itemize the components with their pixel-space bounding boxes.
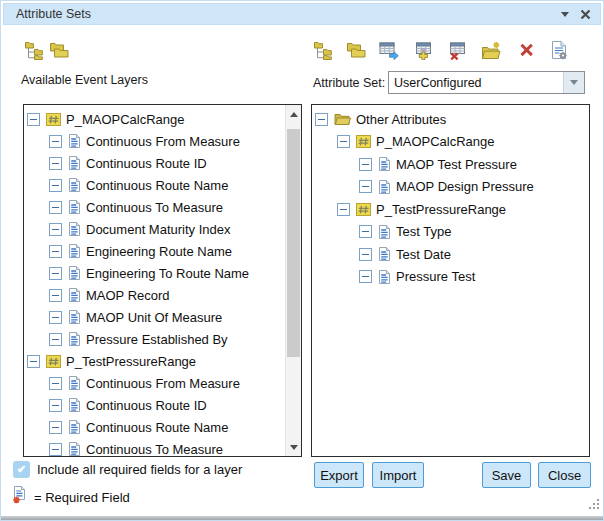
tree-item[interactable]: Document Maturity Index <box>24 218 284 240</box>
collapse-toggle-icon[interactable] <box>27 113 40 126</box>
tree-item[interactable]: Pressure Established By <box>24 328 284 350</box>
collapse-toggle-icon[interactable] <box>49 377 62 390</box>
collapse-toggle-icon[interactable] <box>49 179 62 192</box>
tree-item[interactable]: MAOP Unit Of Measure <box>24 306 284 328</box>
collapse-toggle-icon[interactable] <box>49 267 62 280</box>
expand-all-icon <box>313 41 332 64</box>
collapse-all-icon <box>346 41 366 63</box>
collapse-toggle-icon[interactable] <box>49 311 62 324</box>
field-icon <box>68 287 81 303</box>
vertical-scrollbar[interactable] <box>285 105 301 456</box>
collapse-toggle-icon[interactable] <box>49 245 62 258</box>
save-button[interactable]: Save <box>482 462 531 488</box>
collapse-toggle-icon[interactable] <box>337 135 350 148</box>
attribute-set-select[interactable]: UserConfigured <box>388 71 585 94</box>
tree-item[interactable]: Engineering Route Name <box>24 240 284 262</box>
tree-item-label: MAOP Record <box>86 288 170 303</box>
collapse-toggle-icon[interactable] <box>359 158 372 171</box>
tree-item-label: Engineering Route Name <box>86 244 232 259</box>
tree-item-label: MAOP Unit Of Measure <box>86 310 222 325</box>
tree-item-label: P_TestPressureRange <box>66 354 196 369</box>
collapse-toggle-icon[interactable] <box>49 289 62 302</box>
tree-item[interactable]: Test Type <box>312 221 589 244</box>
collapse-toggle-icon[interactable] <box>359 180 372 193</box>
remove-fields-button[interactable] <box>445 40 469 64</box>
collapse-toggle-icon[interactable] <box>49 333 62 346</box>
scroll-up-button[interactable] <box>286 106 301 122</box>
window-menu-button[interactable] <box>559 12 571 20</box>
include-required-fields-checkbox[interactable]: ✔ <box>13 461 30 478</box>
scroll-down-button[interactable] <box>286 439 301 455</box>
field-icon <box>68 331 81 347</box>
close-button[interactable] <box>577 7 593 23</box>
collapse-toggle-icon[interactable] <box>359 270 372 283</box>
tree-item[interactable]: P_TestPressureRange <box>24 350 284 372</box>
tree-item-label: Continuous Route Name <box>86 420 228 435</box>
collapse-toggle-icon[interactable] <box>49 421 62 434</box>
tree-item[interactable]: P_MAOPCalcRange <box>312 131 589 154</box>
tree-item-label: Continuous To Measure <box>86 442 223 457</box>
scrollbar-thumb[interactable] <box>287 129 300 357</box>
collapse-toggle-icon[interactable] <box>337 203 350 216</box>
tree-item[interactable]: Other Attributes <box>312 108 589 131</box>
tree-item[interactable]: Continuous Route Name <box>24 416 284 438</box>
chevron-down-icon <box>570 80 578 85</box>
export-fields-button[interactable] <box>377 40 401 64</box>
tree-item[interactable]: Continuous To Measure <box>24 196 284 218</box>
tree-item[interactable]: Continuous Route ID <box>24 394 284 416</box>
tree-item[interactable]: P_MAOPCalcRange <box>24 108 284 130</box>
collapse-toggle-icon[interactable] <box>315 113 328 126</box>
collapse-toggle-icon[interactable] <box>49 399 62 412</box>
collapse-event-layers-button[interactable] <box>47 40 71 64</box>
collapse-toggle-icon[interactable] <box>49 443 62 456</box>
attribute-sets-dialog: Attribute Sets Available Event Layers At… <box>0 0 604 521</box>
tree-item[interactable]: Engineering To Route Name <box>24 262 284 284</box>
export-button[interactable]: Export <box>314 462 364 488</box>
tree-item[interactable]: Continuous From Measure <box>24 372 284 394</box>
collapse-toggle-icon[interactable] <box>359 248 372 261</box>
tree-item-label: Continuous Route ID <box>86 156 207 171</box>
tree-item[interactable]: Pressure Test <box>312 266 589 289</box>
table-remove-icon <box>448 41 467 64</box>
required-field-legend: = Required Field <box>34 490 130 505</box>
tree-item-label: Continuous From Measure <box>86 376 240 391</box>
field-icon <box>378 269 391 285</box>
field-icon <box>68 265 81 281</box>
tree-item[interactable]: MAOP Test Pressure <box>312 153 589 176</box>
field-icon <box>68 375 81 391</box>
add-fields-button[interactable] <box>411 40 435 64</box>
dropdown-arrow-button[interactable] <box>563 72 584 93</box>
attribute-set-properties-button[interactable] <box>547 40 571 64</box>
tree-item[interactable]: Continuous Route Name <box>24 174 284 196</box>
collapse-toggle-icon[interactable] <box>49 201 62 214</box>
folder-gear-icon <box>481 41 501 64</box>
collapse-toggle-icon[interactable] <box>49 157 62 170</box>
include-required-fields-label: Include all required fields for a layer <box>37 462 242 477</box>
close-button[interactable]: Close <box>538 462 591 488</box>
expand-event-layers-button[interactable] <box>21 40 45 64</box>
tree-item-label: P_MAOPCalcRange <box>376 134 495 149</box>
required-field-icon <box>12 486 27 508</box>
tree-item-label: Pressure Test <box>396 269 475 284</box>
delete-attribute-set-button[interactable] <box>514 40 538 64</box>
tree-item[interactable]: MAOP Design Pressure <box>312 176 589 199</box>
tree-item[interactable]: Continuous Route ID <box>24 152 284 174</box>
collapse-toggle-icon[interactable] <box>49 135 62 148</box>
collapse-toggle-icon[interactable] <box>49 223 62 236</box>
tree-item[interactable]: Continuous To Measure <box>24 438 284 456</box>
tree-item-label: Test Date <box>396 247 451 262</box>
field-icon <box>378 224 391 240</box>
expand-attribute-set-button[interactable] <box>310 40 334 64</box>
tree-item[interactable]: Continuous From Measure <box>24 130 284 152</box>
titlebar[interactable]: Attribute Sets <box>3 3 601 25</box>
collapse-toggle-icon[interactable] <box>27 355 40 368</box>
tree-item[interactable]: P_TestPressureRange <box>312 198 589 221</box>
collapse-toggle-icon[interactable] <box>359 225 372 238</box>
tree-item[interactable]: MAOP Record <box>24 284 284 306</box>
import-button[interactable]: Import <box>372 462 424 488</box>
tree-item[interactable]: Test Date <box>312 243 589 266</box>
collapse-attribute-set-button[interactable] <box>344 40 368 64</box>
field-icon <box>378 179 391 195</box>
resize-grip[interactable] <box>588 496 600 514</box>
new-attribute-set-button[interactable] <box>479 40 503 64</box>
